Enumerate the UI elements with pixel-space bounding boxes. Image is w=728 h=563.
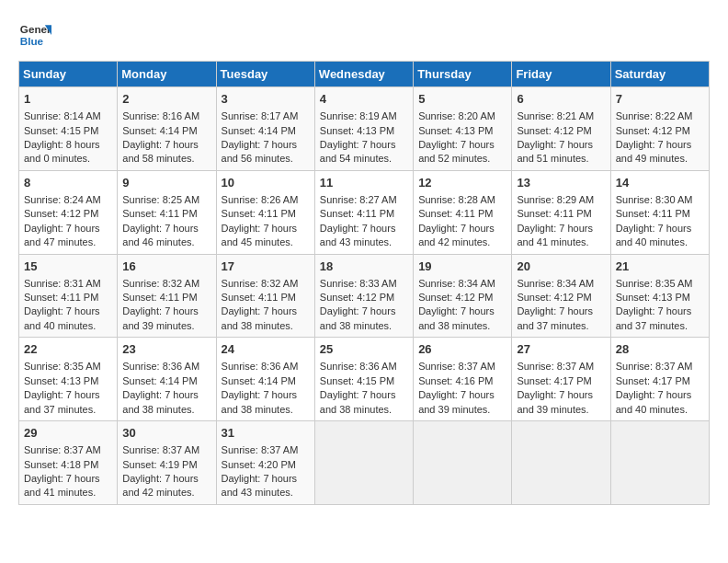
- day-info: and 39 minutes.: [418, 403, 506, 417]
- calendar-cell: 29Sunrise: 8:37 AMSunset: 4:18 PMDayligh…: [19, 421, 118, 505]
- day-info: Sunrise: 8:30 AM: [616, 193, 704, 207]
- day-info: and 58 minutes.: [122, 152, 210, 166]
- calendar-cell: 21Sunrise: 8:35 AMSunset: 4:13 PMDayligh…: [610, 254, 709, 338]
- day-number: 21: [616, 259, 704, 275]
- day-info: Sunrise: 8:29 AM: [517, 193, 605, 207]
- day-info: and 37 minutes.: [616, 319, 704, 333]
- calendar-cell: 19Sunrise: 8:34 AMSunset: 4:12 PMDayligh…: [414, 254, 512, 338]
- day-number: 22: [24, 341, 112, 358]
- day-info: Sunrise: 8:34 AM: [418, 277, 506, 291]
- day-info: and 37 minutes.: [517, 319, 605, 333]
- day-number: 20: [517, 259, 605, 275]
- calendar-cell: 13Sunrise: 8:29 AMSunset: 4:11 PMDayligh…: [512, 170, 610, 254]
- day-info: Sunset: 4:16 PM: [418, 374, 506, 388]
- day-info: and 54 minutes.: [320, 152, 408, 166]
- day-info: and 38 minutes.: [320, 319, 408, 333]
- day-number: 13: [517, 175, 605, 191]
- weekday-header-sunday: Sunday: [19, 62, 118, 87]
- calendar-cell: 8Sunrise: 8:24 AMSunset: 4:12 PMDaylight…: [19, 170, 118, 254]
- day-info: Daylight: 7 hours: [517, 222, 605, 236]
- day-number: 16: [122, 259, 210, 275]
- day-info: and 40 minutes.: [24, 319, 112, 333]
- day-info: Daylight: 7 hours: [616, 304, 704, 318]
- day-info: Sunrise: 8:20 AM: [418, 109, 506, 123]
- calendar-cell: 22Sunrise: 8:35 AMSunset: 4:13 PMDayligh…: [19, 338, 118, 421]
- day-info: Sunrise: 8:34 AM: [517, 277, 605, 291]
- day-info: Sunrise: 8:16 AM: [122, 109, 210, 123]
- day-info: Sunset: 4:11 PM: [222, 291, 310, 304]
- logo-icon: General Blue: [18, 18, 51, 52]
- day-info: Sunrise: 8:37 AM: [122, 443, 210, 457]
- day-number: 18: [320, 259, 408, 275]
- day-info: Daylight: 7 hours: [222, 472, 310, 486]
- day-info: Sunset: 4:12 PM: [517, 124, 605, 138]
- day-info: and 51 minutes.: [517, 152, 605, 166]
- day-info: Sunrise: 8:36 AM: [320, 360, 408, 373]
- day-info: Daylight: 7 hours: [418, 388, 506, 402]
- calendar-cell: 24Sunrise: 8:36 AMSunset: 4:14 PMDayligh…: [216, 338, 314, 421]
- calendar-cell: [512, 421, 610, 505]
- day-number: 9: [122, 175, 210, 191]
- day-number: 15: [24, 259, 112, 275]
- day-info: Daylight: 7 hours: [616, 388, 704, 402]
- day-number: 4: [320, 91, 408, 108]
- calendar-cell: 2Sunrise: 8:16 AMSunset: 4:14 PMDaylight…: [118, 87, 216, 171]
- day-info: and 42 minutes.: [122, 486, 210, 500]
- day-info: Sunrise: 8:37 AM: [616, 360, 704, 373]
- day-info: Daylight: 7 hours: [24, 388, 112, 402]
- weekday-header-monday: Monday: [118, 62, 216, 87]
- day-info: Sunset: 4:15 PM: [24, 124, 112, 138]
- calendar-cell: 9Sunrise: 8:25 AMSunset: 4:11 PMDaylight…: [118, 170, 216, 254]
- day-info: and 0 minutes.: [24, 152, 112, 166]
- calendar-cell: 27Sunrise: 8:37 AMSunset: 4:17 PMDayligh…: [512, 338, 610, 421]
- calendar-cell: 12Sunrise: 8:28 AMSunset: 4:11 PMDayligh…: [414, 170, 512, 254]
- day-info: Daylight: 7 hours: [24, 222, 112, 236]
- calendar-cell: 20Sunrise: 8:34 AMSunset: 4:12 PMDayligh…: [512, 254, 610, 338]
- day-info: Sunset: 4:11 PM: [320, 207, 408, 221]
- weekday-header-row: SundayMondayTuesdayWednesdayThursdayFrid…: [19, 62, 710, 87]
- weekday-header-wednesday: Wednesday: [314, 62, 413, 87]
- day-info: and 52 minutes.: [418, 152, 506, 166]
- day-info: Sunset: 4:13 PM: [616, 291, 704, 304]
- day-info: and 40 minutes.: [616, 403, 704, 417]
- day-number: 12: [418, 175, 506, 191]
- day-info: Daylight: 7 hours: [320, 138, 408, 152]
- day-info: Daylight: 7 hours: [320, 388, 408, 402]
- day-info: Daylight: 7 hours: [320, 222, 408, 236]
- calendar-week-row: 29Sunrise: 8:37 AMSunset: 4:18 PMDayligh…: [19, 421, 710, 505]
- day-info: Daylight: 7 hours: [320, 304, 408, 318]
- day-info: Sunset: 4:17 PM: [616, 374, 704, 388]
- calendar-cell: 3Sunrise: 8:17 AMSunset: 4:14 PMDaylight…: [216, 87, 314, 171]
- calendar-cell: 26Sunrise: 8:37 AMSunset: 4:16 PMDayligh…: [414, 338, 512, 421]
- svg-text:General: General: [20, 23, 51, 35]
- day-info: Sunrise: 8:24 AM: [24, 193, 112, 207]
- calendar-cell: 5Sunrise: 8:20 AMSunset: 4:13 PMDaylight…: [414, 87, 512, 171]
- day-info: Sunrise: 8:19 AM: [320, 109, 408, 123]
- day-info: Sunset: 4:11 PM: [24, 291, 112, 304]
- day-info: Sunset: 4:12 PM: [24, 207, 112, 221]
- day-info: Sunset: 4:14 PM: [122, 124, 210, 138]
- day-info: and 37 minutes.: [24, 403, 112, 417]
- day-info: Sunset: 4:13 PM: [320, 124, 408, 138]
- day-info: Sunset: 4:11 PM: [122, 207, 210, 221]
- day-info: and 56 minutes.: [222, 152, 310, 166]
- day-number: 28: [616, 341, 704, 358]
- day-info: Daylight: 7 hours: [24, 472, 112, 486]
- calendar-cell: 16Sunrise: 8:32 AMSunset: 4:11 PMDayligh…: [118, 254, 216, 338]
- day-info: Sunset: 4:11 PM: [418, 207, 506, 221]
- logo: General Blue: [18, 18, 51, 52]
- day-number: 10: [222, 175, 310, 191]
- day-info: Daylight: 7 hours: [122, 388, 210, 402]
- day-info: Sunrise: 8:33 AM: [320, 277, 408, 291]
- day-info: Sunset: 4:18 PM: [24, 458, 112, 472]
- day-info: Sunrise: 8:37 AM: [418, 360, 506, 373]
- day-info: Sunrise: 8:31 AM: [24, 277, 112, 291]
- day-info: Daylight: 7 hours: [122, 304, 210, 318]
- calendar-week-row: 22Sunrise: 8:35 AMSunset: 4:13 PMDayligh…: [19, 338, 710, 421]
- day-info: Sunrise: 8:37 AM: [24, 443, 112, 457]
- day-info: Sunset: 4:13 PM: [418, 124, 506, 138]
- day-info: and 42 minutes.: [418, 236, 506, 249]
- calendar-cell: 30Sunrise: 8:37 AMSunset: 4:19 PMDayligh…: [118, 421, 216, 505]
- day-info: Sunset: 4:11 PM: [222, 207, 310, 221]
- day-info: Sunset: 4:13 PM: [24, 374, 112, 388]
